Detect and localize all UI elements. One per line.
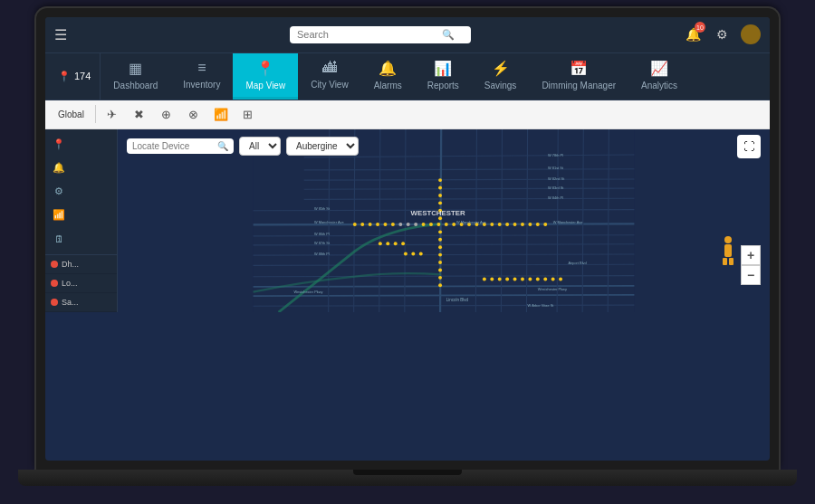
- map-top-controls: 🔍 All Aubergine ⛶: [127, 135, 761, 158]
- svg-point-50: [521, 222, 524, 225]
- svg-rect-105: [724, 244, 732, 257]
- top-icons: 🔔 10 ⚙: [683, 24, 761, 44]
- settings-icon[interactable]: ⚙: [712, 24, 732, 44]
- tab-mapview[interactable]: 📍 Map View: [233, 53, 298, 100]
- svg-text:Westchester Pkwy: Westchester Pkwy: [293, 289, 322, 293]
- svg-point-37: [422, 222, 426, 225]
- map-container: 📍 🔔 ⚙ 📶 🗓 Dh... Lo...: [45, 129, 770, 312]
- svg-point-66: [438, 275, 442, 279]
- menu-icon[interactable]: ☰: [54, 26, 67, 43]
- dimming-icon: 📅: [570, 60, 588, 77]
- svg-point-49: [513, 222, 517, 225]
- tab-analytics-label: Analytics: [641, 81, 677, 90]
- svg-point-79: [404, 252, 408, 255]
- toolbar-close-btn[interactable]: ✖: [129, 103, 150, 125]
- zoom-in-button[interactable]: +: [741, 245, 761, 265]
- svg-point-40: [445, 222, 448, 225]
- sidebar-filter-settings[interactable]: ⚙: [49, 182, 69, 202]
- tab-analytics[interactable]: 📈 Analytics: [628, 53, 690, 100]
- svg-point-52: [536, 222, 540, 225]
- svg-point-55: [438, 185, 442, 189]
- svg-point-51: [528, 222, 532, 225]
- svg-point-39: [436, 222, 440, 225]
- nav-bar: 📍 174 ▦ Dashboard ≡ Inventory 📍 Map View: [45, 53, 770, 100]
- svg-point-104: [724, 236, 732, 243]
- filter-color-select[interactable]: Aubergine: [286, 137, 359, 156]
- svg-point-53: [543, 222, 547, 225]
- reports-icon: 📊: [434, 60, 452, 77]
- svg-point-76: [543, 277, 547, 281]
- svg-point-46: [490, 222, 494, 225]
- item-dot: [51, 299, 58, 306]
- tab-inventory[interactable]: ≡ Inventory: [170, 53, 233, 100]
- toolbar-signal-btn[interactable]: 📶: [210, 103, 232, 125]
- tab-dashboard[interactable]: ▦ Dashboard: [101, 53, 170, 100]
- tab-dimming[interactable]: 📅 Dimming Manager: [529, 53, 628, 100]
- list-item[interactable]: Dh...: [45, 255, 117, 274]
- tab-alarms[interactable]: 🔔 Alarms: [361, 53, 415, 100]
- svg-text:W 81st St: W 81st St: [548, 166, 564, 170]
- tab-dimming-label: Dimming Manager: [542, 81, 616, 90]
- toolbar-navigate-btn[interactable]: ✈: [101, 103, 123, 125]
- svg-text:Airport Blvd: Airport Blvd: [568, 260, 586, 264]
- tab-reports[interactable]: 📊 Reports: [415, 53, 472, 100]
- svg-text:W 85th St: W 85th St: [314, 206, 331, 211]
- svg-point-78: [559, 277, 562, 281]
- svg-text:W Manchester Ave: W Manchester Ave: [553, 219, 583, 223]
- svg-point-68: [483, 277, 486, 281]
- svg-point-75: [536, 277, 540, 281]
- tab-savings-label: Savings: [484, 81, 517, 90]
- toolbar-grid-btn[interactable]: ⊞: [237, 103, 259, 125]
- svg-point-56: [438, 193, 442, 196]
- zoom-out-button[interactable]: −: [741, 265, 761, 285]
- svg-point-70: [498, 277, 502, 281]
- map-view[interactable]: W 78th Pl W 81st St W 82nd St W 83rd St …: [118, 129, 770, 312]
- sidebar-filter-calendar[interactable]: 🗓: [49, 229, 69, 249]
- avatar[interactable]: [741, 24, 761, 44]
- svg-point-67: [438, 283, 442, 287]
- list-item[interactable]: Lo...: [45, 274, 117, 293]
- svg-point-71: [505, 277, 509, 281]
- svg-point-73: [521, 277, 524, 281]
- map-expand-button[interactable]: ⛶: [737, 135, 761, 158]
- tab-savings[interactable]: ⚡ Savings: [472, 53, 530, 100]
- sidebar-icons: 📍 🔔 ⚙ 📶 🗓: [45, 129, 117, 255]
- mapview-icon: 📍: [256, 60, 274, 77]
- svg-text:Lincoln Blvd: Lincoln Blvd: [446, 297, 469, 301]
- search-input[interactable]: [297, 29, 442, 40]
- search-input-wrapper[interactable]: 🔍: [290, 26, 471, 43]
- tab-reports-label: Reports: [427, 81, 459, 90]
- sidebar-filter-alarm[interactable]: 🔔: [49, 158, 69, 178]
- alarms-icon: 🔔: [379, 60, 397, 77]
- sidebar-filter-location[interactable]: 📍: [49, 135, 69, 155]
- sidebar-list: Dh... Lo... Sa...: [45, 255, 117, 312]
- tab-cityview[interactable]: 🏙 City View: [298, 53, 361, 100]
- svg-text:WESTCHESTER: WESTCHESTER: [411, 209, 465, 217]
- toolbar-remove-btn[interactable]: ⊗: [183, 103, 205, 125]
- laptop-screen-inner: ☰ 🔍 🔔 10 ⚙: [45, 17, 770, 461]
- search-icon: 🔍: [442, 29, 455, 41]
- notification-badge: 10: [695, 22, 705, 33]
- notification-icon[interactable]: 🔔 10: [683, 24, 703, 44]
- sidebar-filter-wifi[interactable]: 📶: [49, 205, 69, 225]
- svg-point-77: [551, 277, 555, 281]
- item-label: Dh...: [62, 260, 79, 269]
- toolbar: Global ✈ ✖ ⊕ ⊗ 📶 ⊞: [45, 100, 770, 129]
- dashboard-icon: ▦: [129, 60, 142, 77]
- svg-point-61: [438, 237, 442, 241]
- location-count: 174: [74, 71, 91, 81]
- list-item[interactable]: Sa...: [45, 293, 117, 312]
- svg-point-69: [490, 277, 494, 281]
- filter-all-select[interactable]: All: [239, 137, 281, 156]
- item-label: Lo...: [62, 279, 78, 288]
- street-view-icon[interactable]: [719, 235, 737, 267]
- nav-tabs: ▦ Dashboard ≡ Inventory 📍 Map View 🏙 Cit…: [101, 53, 690, 100]
- locate-device-input[interactable]: 🔍: [127, 138, 234, 154]
- svg-text:W 83rd St: W 83rd St: [548, 185, 564, 189]
- svg-text:W Manchester Ave: W Manchester Ave: [456, 219, 486, 223]
- locate-device-field[interactable]: [132, 141, 214, 151]
- toolbar-add-btn[interactable]: ⊕: [156, 103, 177, 125]
- svg-text:W 82nd St: W 82nd St: [548, 176, 565, 180]
- search-bar: 🔍: [78, 26, 683, 43]
- svg-point-29: [360, 222, 364, 225]
